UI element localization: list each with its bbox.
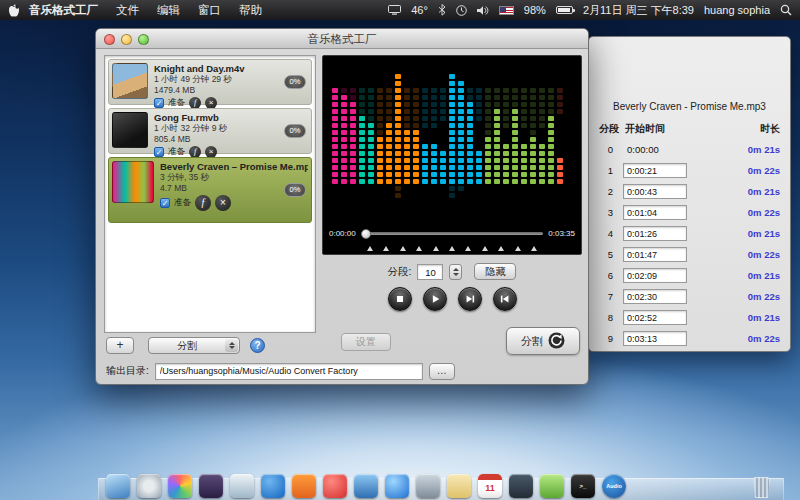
file-list-item-selected[interactable]: Beverly Craven – Promise Me.mp3 3 分钟, 35… — [108, 157, 312, 223]
output-directory-input[interactable] — [155, 363, 423, 380]
segment-index: 6 — [599, 270, 613, 281]
segment-duration: 0m 22s — [699, 249, 780, 260]
segment-count-value[interactable]: 10 — [417, 264, 443, 280]
segment-start-input[interactable] — [623, 289, 687, 304]
input-language-flag-icon[interactable] — [499, 6, 514, 15]
mail-dock-icon[interactable] — [354, 474, 378, 498]
battery-percent[interactable]: 98% — [524, 4, 546, 16]
segment-start-input[interactable] — [623, 163, 687, 178]
segment-count-stepper[interactable] — [449, 264, 462, 280]
books-dock-icon[interactable] — [292, 474, 316, 498]
file-duration: 1 小时 32 分钟 9 秒 — [154, 123, 227, 134]
file-list-item[interactable]: Knight and Day.m4v 1 小时 49 分钟 29 秒 1479.… — [108, 59, 312, 105]
clock-status-icon[interactable] — [456, 5, 467, 16]
segment-start-input[interactable] — [623, 247, 687, 262]
menu-app-name[interactable]: 音乐格式工厂 — [20, 0, 107, 20]
segment-tick-marks — [367, 246, 537, 251]
volume-icon[interactable] — [477, 5, 489, 16]
segment-start-input[interactable] — [623, 205, 687, 220]
menu-file[interactable]: 文件 — [107, 0, 148, 20]
audio-converter-dock-icon[interactable]: Audio — [602, 474, 626, 498]
segment-start-input[interactable] — [623, 226, 687, 241]
cleaner-dock-icon[interactable] — [230, 474, 254, 498]
segment-index: 0 — [599, 144, 613, 155]
segment-index: 5 — [599, 249, 613, 260]
file-size: 1479.4 MB — [154, 85, 245, 96]
game-center-dock-icon[interactable] — [540, 474, 564, 498]
total-time: 0:03:35 — [548, 229, 575, 238]
app-store-dock-icon[interactable] — [261, 474, 285, 498]
ready-checkbox[interactable]: ✓ — [154, 98, 164, 108]
main-window: 音乐格式工厂 Knight and Day.m4v 1 小时 49 分钟 29 … — [95, 28, 589, 385]
photo-booth-dock-icon[interactable] — [199, 474, 223, 498]
segment-start-input[interactable] — [623, 331, 687, 346]
terminal-dock-icon[interactable]: >_ — [571, 474, 595, 498]
progress-badge: 0% — [284, 183, 306, 197]
mode-select[interactable]: 分割 — [148, 337, 240, 354]
calendar-dock-icon[interactable]: 11 — [478, 474, 502, 498]
audio-thumbnail — [112, 161, 154, 203]
hide-button[interactable]: 隐藏 — [474, 263, 516, 280]
segment-duration: 0m 21s — [699, 144, 780, 155]
settings-button[interactable]: 设置 — [341, 333, 391, 351]
play-button[interactable] — [423, 287, 447, 311]
menu-edit[interactable]: 编辑 — [148, 0, 189, 20]
ready-checkbox[interactable]: ✓ — [160, 198, 170, 208]
photos-dock-icon[interactable] — [168, 474, 192, 498]
clock-datetime[interactable]: 2月11日 周三 下午8:39 — [583, 3, 694, 18]
segments-window-title: Beverly Craven - Promise Me.mp3 — [589, 101, 790, 112]
desktop[interactable]: 音乐格式工厂 文件 编辑 窗口 帮助 46° 98% 2月11日 周三 下午8:… — [0, 0, 800, 500]
remove-icon[interactable]: × — [215, 195, 231, 211]
safari-dock-icon[interactable] — [385, 474, 409, 498]
progress-badge: 0% — [284, 75, 306, 89]
skip-forward-button[interactable] — [458, 287, 482, 311]
menu-window[interactable]: 窗口 — [189, 0, 230, 20]
bluetooth-icon[interactable] — [438, 4, 446, 16]
finder-dock-icon[interactable] — [106, 474, 130, 498]
display-status-icon[interactable] — [388, 5, 401, 15]
split-button-label: 分割 — [521, 334, 543, 349]
segment-row: 0 0:00:00 0m 21s — [589, 139, 790, 160]
skip-back-button[interactable] — [493, 287, 517, 311]
add-file-button[interactable]: + — [106, 337, 134, 354]
video-thumbnail — [112, 112, 148, 148]
spotlight-search-icon[interactable] — [780, 4, 792, 16]
header-duration: 时长 — [701, 122, 780, 136]
battery-icon[interactable] — [556, 6, 573, 14]
segment-start: 0:00:00 — [623, 144, 659, 155]
browse-button[interactable]: … — [429, 363, 455, 380]
segment-start-input[interactable] — [623, 268, 687, 283]
apple-menu-icon[interactable] — [8, 4, 20, 17]
preview-dock-icon[interactable] — [416, 474, 440, 498]
video-thumbnail — [112, 63, 148, 99]
window-title: 音乐格式工厂 — [96, 32, 588, 47]
dictionary-dock-icon[interactable] — [509, 474, 533, 498]
user-menu[interactable]: huang sophia — [704, 4, 770, 16]
segment-duration: 0m 21s — [699, 270, 780, 281]
file-list-item[interactable]: Gong Fu.rmvb 1 小时 32 分钟 9 秒 805.4 MB ✓ 准… — [108, 108, 312, 154]
trash-icon[interactable] — [753, 477, 770, 498]
title-bar[interactable]: 音乐格式工厂 — [96, 29, 588, 49]
timeline-slider[interactable] — [361, 227, 544, 239]
info-icon[interactable]: f — [195, 195, 211, 211]
itunes-dock-icon[interactable] — [323, 474, 347, 498]
ready-checkbox[interactable]: ✓ — [154, 147, 164, 157]
notes-dock-icon[interactable] — [447, 474, 471, 498]
file-name: Gong Fu.rmvb — [154, 112, 227, 123]
split-button[interactable]: 分割 — [506, 327, 580, 355]
ready-label: 准备 — [174, 197, 191, 209]
segment-index: 3 — [599, 207, 613, 218]
slider-thumb[interactable] — [361, 229, 371, 239]
segment-start-input[interactable] — [623, 310, 687, 325]
slider-track[interactable] — [361, 232, 544, 235]
temperature-status[interactable]: 46° — [411, 4, 428, 16]
launchpad-dock-icon[interactable] — [137, 474, 161, 498]
segment-start-input[interactable] — [623, 184, 687, 199]
segments-window: Beverly Craven - Promise Me.mp3 分段 开始时间 … — [588, 36, 791, 352]
playback-controls — [322, 287, 582, 311]
menu-help[interactable]: 帮助 — [230, 0, 271, 20]
segment-row: 8 0m 21s — [589, 307, 790, 328]
segment-duration: 0m 22s — [699, 207, 780, 218]
help-button[interactable]: ? — [250, 338, 265, 353]
stop-button[interactable] — [388, 287, 412, 311]
